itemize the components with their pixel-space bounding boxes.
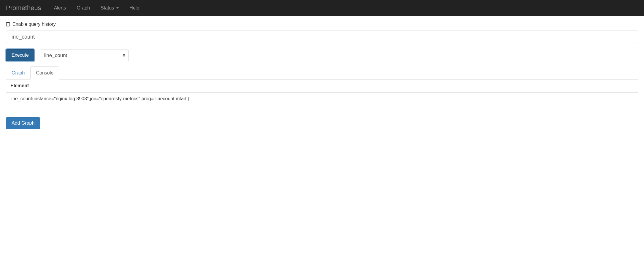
main-container: Enable query history Execute line_count … — [0, 16, 644, 129]
add-graph-wrap: Add Graph — [6, 117, 638, 129]
enable-history-checkbox[interactable] — [6, 22, 10, 26]
nav-status-dropdown[interactable]: Status — [95, 1, 124, 15]
execute-button[interactable]: Execute — [6, 49, 34, 61]
tab-console[interactable]: Console — [30, 66, 59, 80]
add-graph-button[interactable]: Add Graph — [6, 117, 40, 129]
nav-help[interactable]: Help — [124, 1, 145, 15]
result-tabs: Graph Console — [6, 66, 638, 80]
controls-row: Execute line_count — [6, 49, 638, 61]
enable-history-row: Enable query history — [6, 16, 638, 31]
navbar-brand[interactable]: Prometheus — [4, 0, 46, 16]
result-element-cell: line_count{instance="nginx-log:3903",job… — [6, 92, 638, 105]
expression-input[interactable] — [6, 31, 638, 43]
nav-alerts[interactable]: Alerts — [49, 1, 72, 15]
table-row: line_count{instance="nginx-log:3903",job… — [6, 92, 638, 105]
tab-graph[interactable]: Graph — [6, 66, 30, 80]
nav-graph[interactable]: Graph — [72, 1, 95, 15]
navbar-nav: Alerts Graph Status Help — [49, 1, 145, 15]
nav-status-label: Status — [101, 5, 114, 11]
caret-down-icon — [116, 7, 119, 9]
enable-history-label: Enable query history — [12, 22, 56, 27]
results-header-element: Element — [6, 80, 638, 92]
results-table: Element line_count{instance="nginx-log:3… — [6, 80, 638, 105]
metric-select-wrapper: line_count — [40, 50, 129, 61]
metric-select[interactable]: line_count — [40, 50, 129, 61]
navbar: Prometheus Alerts Graph Status Help — [0, 0, 644, 16]
results-panel: Element line_count{instance="nginx-log:3… — [6, 80, 638, 105]
